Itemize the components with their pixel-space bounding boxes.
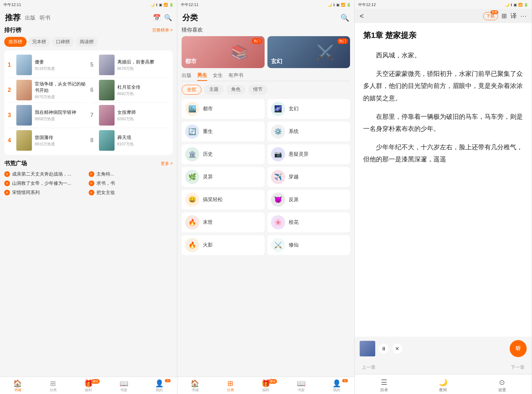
- p1-bottom-nav: 🏠 书城 ⊞ 分类 🎁 赚钱 福利 📖 书架 👤 20 我的: [0, 377, 177, 394]
- rank-item-1[interactable]: 1 傻妻 9119万热度: [8, 52, 87, 78]
- search-icon[interactable]: 🔍: [164, 14, 172, 22]
- rank-item-5[interactable]: 5 离婚后，前妻高攀 8678万热: [90, 52, 170, 78]
- genre-xiaohua[interactable]: 🌸 校花: [267, 212, 350, 232]
- genre-chuanyue[interactable]: ✈️ 穿越: [267, 167, 350, 187]
- rank-item-2[interactable]: 2 官场争雄，从女书记的秘书开始 8975万热度: [8, 78, 87, 103]
- genre-xitong[interactable]: ⚙️ 系统: [267, 122, 350, 141]
- rank-item-8[interactable]: 8 葬天境 8107万热: [90, 128, 170, 153]
- square-item-6[interactable]: # 把女主妆: [89, 189, 173, 196]
- p3-content: 第1章 楚家提亲 西风城，水家。 天空还蒙蒙微亮，骄阳初升，水家门前早已聚集了众…: [355, 23, 532, 337]
- nav-wode-2[interactable]: 👤 20 我的: [319, 380, 354, 393]
- genre-xiuxian[interactable]: ⚔️ 修仙: [267, 235, 350, 255]
- guess-section: 猜你喜欢 热门 📚 都市 热门 ⚔️ 玄幻: [182, 27, 350, 68]
- rank-item-7[interactable]: 7 女按摩师 8260万热: [90, 103, 170, 128]
- genre-icon-chuanyue: ✈️: [271, 170, 285, 184]
- genre-dushi[interactable]: 🏙️ 都市: [182, 99, 265, 119]
- close-audio-button[interactable]: ✕: [392, 344, 402, 354]
- footer-settings[interactable]: ⊙ 设置: [473, 378, 532, 393]
- nav-fuli-2[interactable]: 🎁 赚钱 福利: [248, 380, 284, 393]
- play-pause-button[interactable]: ⏸: [379, 344, 389, 354]
- rank-heat-2: 8975万热度: [35, 94, 87, 100]
- books-square: 书荒广场 更多 > # 成亲第二天丈夫奔赴战场，... # 主角特...: [4, 160, 173, 196]
- rank-cover-8: [99, 130, 115, 151]
- night-label: 夜间: [439, 387, 447, 393]
- genre-fanpai[interactable]: 😈 反派: [267, 190, 350, 210]
- nav-wode-1[interactable]: 👤 20 我的: [142, 380, 177, 393]
- rank-title-5: 离婚后，前妻高攀: [117, 59, 170, 65]
- settings-icon: ⊙: [499, 378, 505, 387]
- cat-tab-audio[interactable]: 有声书: [228, 72, 243, 81]
- p1-title: 推荐: [5, 12, 21, 23]
- nav-shucheng-1[interactable]: 🏠 书城: [0, 380, 35, 393]
- filter-all[interactable]: 全部: [182, 85, 201, 95]
- square-row-2: # 山洞救了女帝，少年修为一... # 求书，书: [4, 179, 173, 187]
- footer-night[interactable]: 🌙 夜间: [414, 378, 472, 393]
- rank-item-6[interactable]: 6 杜月笙全传 8662万热: [90, 78, 170, 103]
- p2-search-icon[interactable]: 🔍: [340, 13, 349, 22]
- genre-icon-xitong: ⚙️: [271, 124, 285, 139]
- rank-cover-6: [99, 80, 115, 100]
- user-icon-2: 👤: [332, 380, 341, 387]
- square-item-3[interactable]: # 宋惜惜同系列: [4, 189, 89, 196]
- translate-icon[interactable]: 译: [510, 12, 517, 20]
- genre-lingyi[interactable]: 🌿 灵异: [182, 167, 265, 187]
- genre-gaoxiao[interactable]: 😄 搞笑轻松: [182, 190, 265, 210]
- square-item-1[interactable]: # 成亲第二天丈夫奔赴战场，...: [4, 170, 89, 178]
- banner-xuanhuan[interactable]: 热门 ⚔️ 玄幻: [267, 36, 350, 68]
- square-link[interactable]: 更多 >: [161, 161, 173, 167]
- next-chapter-button[interactable]: 下一章: [511, 364, 525, 371]
- genre-icon-xuanhuan: 🌌: [271, 102, 285, 116]
- calendar-icon[interactable]: 📅: [153, 14, 161, 22]
- cat-tab-male[interactable]: 男生: [197, 72, 207, 81]
- genre-xuanhuan[interactable]: 🌌 玄幻: [267, 99, 350, 119]
- nav-shujia-2[interactable]: 📖 书架: [283, 380, 319, 393]
- p1-tab-listen[interactable]: 听书: [40, 15, 50, 21]
- genre-lishi[interactable]: 🏛️ 历史: [182, 144, 265, 164]
- genre-chongsheng[interactable]: 🔄 重生: [182, 122, 265, 141]
- genre-moshi[interactable]: 🔥 末世: [182, 212, 265, 232]
- nav-fenlei-2[interactable]: ⊞ 分类: [213, 380, 248, 393]
- square-item-5[interactable]: # 求书，书: [89, 179, 173, 187]
- nav-fuli-1[interactable]: 🎁 赚钱 福利: [71, 380, 106, 393]
- rank-title-2: 官场争雄，从女书记的秘书开始: [35, 81, 87, 94]
- genre-icon-lingyi: 🌿: [185, 170, 199, 184]
- cat-tab-female[interactable]: 女生: [213, 72, 223, 81]
- nav-shucheng-2[interactable]: 🏠 书城: [177, 380, 213, 393]
- footer-catalog[interactable]: ☰ 目录: [355, 378, 414, 393]
- genre-huoying[interactable]: 🔥 火影: [182, 235, 265, 255]
- filter-theme[interactable]: 主题: [204, 85, 223, 95]
- filter-plot[interactable]: 情节: [248, 85, 267, 95]
- square-item-4[interactable]: # 主角特...: [89, 170, 173, 178]
- wode-badge-2: 20: [342, 379, 348, 382]
- banner-dushi[interactable]: 热门 📚 都市: [182, 36, 265, 68]
- more-icon[interactable]: ⋯: [520, 12, 527, 20]
- paragraph-1: 西风城，水家。: [363, 49, 523, 61]
- genre-icon-huoying: 🔥: [185, 238, 199, 252]
- genre-name-xuanyi: 悬疑灵异: [289, 151, 309, 157]
- p1-tab-publish[interactable]: 出版: [25, 15, 35, 21]
- rank-tab-reputation[interactable]: 口碑榜: [52, 37, 74, 47]
- rank-tab-recommend[interactable]: 推荐榜: [4, 37, 27, 47]
- rank-item-4[interactable]: 4 曾国藩传 8915万热度: [8, 128, 87, 153]
- rank-tab-complete[interactable]: 完本榜: [28, 37, 50, 47]
- nav-shujia-1[interactable]: 📖 书架: [106, 380, 142, 393]
- nav-fenlei-1[interactable]: ⊞ 分类: [35, 380, 71, 393]
- paragraph-2: 天空还蒙蒙微亮，骄阳初升，水家门前早已聚集了众多人群，他们的目光望向前方，眉眼中…: [363, 68, 523, 104]
- rank-tab-reading[interactable]: 阅读榜: [76, 37, 98, 47]
- cat-tab-publish[interactable]: 出版: [182, 72, 192, 81]
- rank-item-3[interactable]: 3 我在精神病院学斩神 8958万热度: [8, 103, 87, 128]
- square-item-2[interactable]: # 山洞救了女帝，少年修为一...: [4, 179, 89, 187]
- listen-button[interactable]: 听: [510, 340, 527, 357]
- back-button[interactable]: <: [360, 12, 364, 20]
- rank-title-8: 葬天境: [117, 134, 170, 141]
- filter-character[interactable]: 角色: [226, 85, 245, 95]
- genre-icon-xiuxian: ⚔️: [271, 238, 285, 252]
- genre-xuanyi[interactable]: 📷 悬疑灵异: [267, 144, 350, 164]
- ranking-link[interactable]: 完整榜单 >: [152, 27, 173, 33]
- prev-chapter-button[interactable]: 上一章: [362, 364, 376, 371]
- panel-category: 中午12:11 🌙 ℹ ▣ 📶 🔋 分类 🔍 猜你喜欢 热门 📚 都市 热门: [177, 0, 355, 394]
- layout-icon[interactable]: ⊞: [501, 12, 507, 20]
- download-button[interactable]: 下载 免费: [483, 12, 498, 20]
- paragraph-3: 在那里，停靠着一辆极为破旧的马车，马车旁，则是一名身穿朴素布衣的少年。: [363, 111, 523, 135]
- genre-name-gaoxiao: 搞笑轻松: [203, 196, 223, 203]
